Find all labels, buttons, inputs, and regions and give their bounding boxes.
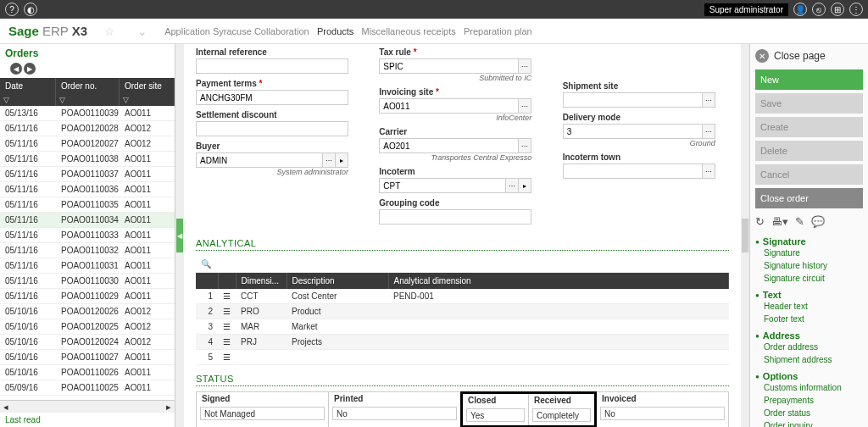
chat-icon[interactable]: 💬 [811,215,825,228]
options-section[interactable]: Options [755,371,863,381]
table-row[interactable]: 05/10/16POAO0120026AO012 [0,304,175,319]
more-icon[interactable]: ⋮ [849,3,863,16]
incot-lookup-icon[interactable]: ⋯ [702,164,715,179]
table-row[interactable]: 05/11/16POAO0110035AO011 [0,197,175,213]
h-scrollbar[interactable]: ◂▸ [0,400,175,413]
side-link[interactable]: Signature [755,247,863,259]
analytical-row[interactable]: 3☰MARMarket [196,319,729,335]
close-icon: ✕ [755,49,769,63]
splitter-left[interactable]: ◀ [175,44,184,427]
side-link[interactable]: Prepayments [755,394,863,407]
filter-date-icon[interactable]: ▽ [0,94,56,106]
side-link[interactable]: Signature circuit [755,272,863,285]
carrier-lookup-icon[interactable]: ⋯ [518,138,531,153]
internal-ref-input[interactable] [196,58,348,74]
side-link[interactable]: Order status [755,407,863,419]
table-row[interactable]: 05/10/16POAO0120025AO012 [0,319,175,335]
tax-lookup-icon[interactable]: ⋯ [518,58,531,74]
shipment-input[interactable] [563,92,703,108]
new-button[interactable]: New [755,69,863,90]
close-order-button[interactable]: Close order [755,188,863,208]
favorite-icon[interactable]: ☆ [104,25,115,38]
grid-body[interactable]: 05/13/16POAO0110039AO01105/11/16POAO0120… [0,106,175,400]
refresh-icon[interactable]: ↻ [755,215,765,228]
exit-icon[interactable]: ⎋ [812,3,826,16]
user-icon[interactable]: 👤 [793,3,807,16]
invoicing-label: Invoicing site * [379,87,545,97]
side-link[interactable]: Shipment address [755,353,863,366]
inco-lookup-icon[interactable]: ⋯ [505,178,519,193]
carrier-input[interactable] [379,138,519,153]
buyer-lookup-icon[interactable]: ⋯ [322,152,336,168]
analytical-row[interactable]: 2☰PROProduct [196,304,729,319]
table-row[interactable]: 05/11/16POAO0110036AO011 [0,182,175,197]
analytical-row[interactable]: 1☰CCTCost CenterPEND-001 [196,289,729,304]
table-row[interactable]: 05/11/16POAO0110029AO011 [0,289,175,304]
col-order[interactable]: Order no. [56,78,120,94]
table-row[interactable]: 05/11/16POAO0110034AO011 [0,213,175,228]
analytical-row[interactable]: 4☰PRJProjects [196,335,729,350]
print-icon[interactable]: 🖶▾ [771,215,788,228]
buyer-sub: System administrator [196,168,348,176]
table-row[interactable]: 05/11/16POAO0120028AO012 [0,121,175,136]
table-row[interactable]: 05/11/16POAO0110031AO011 [0,258,175,274]
text-section[interactable]: Text [755,290,863,300]
invoicing-input[interactable] [379,98,519,114]
del-lookup-icon[interactable]: ⋯ [702,124,715,139]
table-row[interactable]: 05/11/16POAO0110033AO011 [0,228,175,243]
table-row[interactable]: 05/11/16POAO0110032AO011 [0,243,175,258]
grid-icon[interactable]: ⊞ [831,3,844,16]
close-page-button[interactable]: ✕Close page [755,49,863,63]
buyer-input[interactable] [196,152,323,168]
splitter-right[interactable] [741,44,749,427]
side-link[interactable]: Header text [755,300,863,313]
col-date[interactable]: Date [0,78,56,94]
col-site[interactable]: Order site [120,78,175,94]
ship-lookup-icon[interactable]: ⋯ [702,92,715,108]
payment-terms-input[interactable] [196,90,348,105]
col-analytical-dim[interactable]: Analytical dimension [388,273,729,290]
table-row[interactable]: 05/11/16POAO0110037AO011 [0,167,175,182]
help-icon[interactable]: ? [5,3,19,16]
table-row[interactable]: 05/13/16POAO0110039AO011 [0,106,175,121]
table-row[interactable]: 05/11/16POAO0120027AO012 [0,136,175,152]
settlement-input[interactable] [196,121,348,136]
attach-icon[interactable]: ✎ [795,215,804,228]
chevron-down-icon[interactable]: ⌄ [137,25,147,38]
grouping-input[interactable] [379,209,531,225]
search-icon[interactable]: 🔍 [201,259,211,269]
user-badge[interactable]: Super administrator [704,3,788,16]
table-row[interactable]: 05/10/16POAO0110027AO011 [0,350,175,365]
incoterm-town-input[interactable] [563,164,703,179]
side-link[interactable]: Order address [755,341,863,353]
last-read-link[interactable]: Last read [0,413,175,427]
incoterm-input[interactable] [379,178,506,193]
table-row[interactable]: 05/10/16POAO0110026AO011 [0,365,175,380]
collapse-left-icon[interactable]: ◀ [176,219,183,252]
next-icon[interactable]: ▶ [24,63,36,75]
collapse-right-icon[interactable] [742,219,748,252]
address-section[interactable]: Address [755,330,863,341]
side-link[interactable]: Customs information [755,381,863,394]
filter-order-icon[interactable]: ▽ [56,94,120,106]
side-link[interactable]: Order inquiry [755,419,863,427]
table-row[interactable]: 05/10/16POAO0120024AO012 [0,335,175,350]
table-row[interactable]: 05/09/16POAO0110025AO011 [0,380,175,396]
buyer-action-icon[interactable]: ▸ [335,152,348,168]
globe-icon[interactable]: ◐ [24,3,37,16]
tax-rule-input[interactable] [379,58,519,74]
delivery-input[interactable] [563,124,703,139]
prev-icon[interactable]: ◀ [10,63,22,75]
table-row[interactable]: 05/11/16POAO0110038AO011 [0,152,175,167]
col-description[interactable]: Description [287,273,388,290]
filter-site-icon[interactable]: ▽ [120,94,175,106]
analytical-row[interactable]: 5☰ [196,350,729,365]
status-printed: PrintedNo [328,391,461,427]
inco-action-icon[interactable]: ▸ [518,178,531,193]
side-link[interactable]: Signature history [755,259,863,272]
inv-lookup-icon[interactable]: ⋯ [518,98,531,114]
side-link[interactable]: Footer text [755,313,863,325]
col-dimension[interactable]: Dimensi... [236,273,287,290]
table-row[interactable]: 05/11/16POAO0110030AO011 [0,274,175,289]
signature-section[interactable]: Signature [755,236,863,247]
